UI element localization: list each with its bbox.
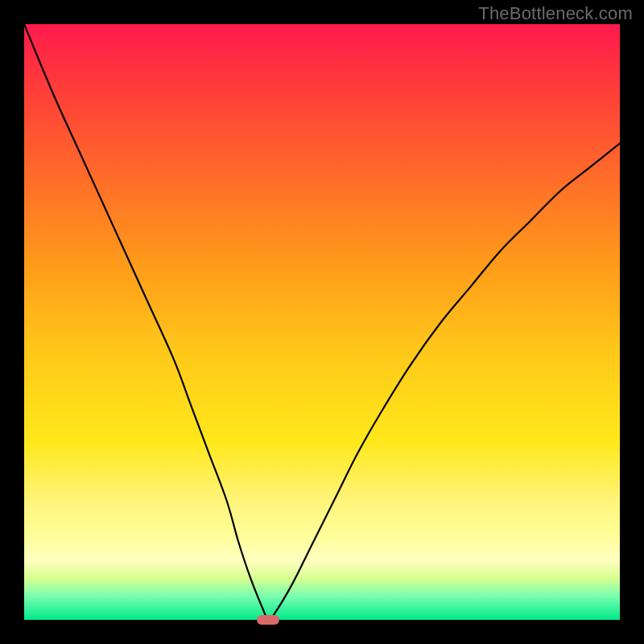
- minimum-marker: [257, 615, 279, 625]
- curve-svg: [24, 24, 620, 620]
- bottleneck-curve-path: [24, 24, 620, 620]
- chart-frame: TheBottleneck.com: [0, 0, 644, 644]
- watermark-text: TheBottleneck.com: [478, 3, 633, 24]
- plot-area: [24, 24, 620, 620]
